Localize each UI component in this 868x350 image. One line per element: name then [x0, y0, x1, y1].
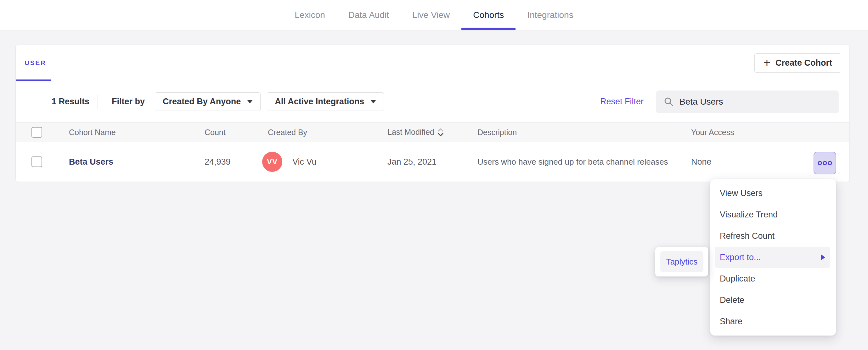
chevron-down-icon [247, 100, 253, 103]
create-cohort-label: Create Cohort [775, 58, 832, 68]
avatar-initials: VV [267, 158, 278, 166]
header-last-modified-label: Last Modified [388, 128, 434, 137]
search-input[interactable] [680, 97, 831, 107]
menu-item-delete[interactable]: Delete [710, 289, 836, 311]
sort-icon[interactable] [437, 128, 444, 137]
cohort-name-link[interactable]: Beta Users [69, 157, 113, 167]
row-checkbox[interactable] [31, 156, 42, 167]
tab-cohorts[interactable]: Cohorts [461, 0, 516, 30]
header-count: Count [205, 128, 226, 137]
filter-by-label: Filter by [112, 97, 145, 106]
select-all-checkbox[interactable] [31, 127, 42, 138]
cohort-count: 24,939 [205, 157, 231, 167]
reset-filter-link[interactable]: Reset Filter [600, 97, 644, 106]
search-icon [664, 97, 674, 107]
tab-lexicon[interactable]: Lexicon [283, 0, 337, 30]
created-by-dropdown-value: Created By Anyone [163, 97, 241, 106]
results-count: 1 Results [52, 97, 89, 106]
table-row[interactable]: Beta Users 24,939 VV Vic Vu Jan 25, 2021… [16, 142, 849, 182]
menu-item-duplicate[interactable]: Duplicate [710, 268, 836, 289]
created-by-value: Vic Vu [292, 157, 317, 167]
search-box[interactable] [656, 91, 839, 113]
integrations-dropdown[interactable]: All Active Integrations [267, 92, 384, 111]
filter-bar: 1 Results Filter by Created By Anyone Al… [16, 81, 849, 122]
integrations-dropdown-value: All Active Integrations [275, 97, 364, 106]
header-cohort-name: Cohort Name [69, 128, 116, 137]
header-your-access: Your Access [691, 128, 734, 137]
tab-data-audit[interactable]: Data Audit [337, 0, 401, 30]
last-modified-value: Jan 25, 2021 [388, 157, 436, 167]
submenu-item-taplytics[interactable]: Taplytics [660, 251, 704, 272]
description-value: Users who have signed up for beta channe… [477, 157, 668, 167]
nav-tabs: Lexicon Data Audit Live View Cohorts Int… [0, 0, 868, 30]
header-created-by: Created By [268, 128, 307, 137]
header-last-modified[interactable]: Last Modified [388, 128, 444, 137]
more-options-button[interactable] [813, 152, 836, 174]
cohorts-card: USER + Create Cohort 1 Results Filter by… [16, 45, 850, 182]
table-header: Cohort Name Count Created By Last Modifi… [16, 122, 849, 142]
created-by-dropdown[interactable]: Created By Anyone [155, 92, 260, 111]
menu-item-refresh-count[interactable]: Refresh Count [710, 225, 836, 247]
menu-item-share[interactable]: Share [710, 311, 836, 332]
menu-item-export-to[interactable]: Export to... [715, 247, 830, 268]
tab-user[interactable]: USER [25, 45, 46, 81]
avatar: VV [262, 152, 282, 172]
submenu-arrow-icon [821, 254, 825, 260]
header-description: Description [477, 128, 517, 137]
more-options-icon [818, 161, 832, 166]
your-access-value: None [691, 157, 712, 167]
export-submenu: Taplytics [655, 247, 708, 277]
menu-item-export-to-label: Export to... [720, 253, 761, 262]
menu-item-visualize-trend[interactable]: Visualize Trend [710, 204, 836, 225]
tab-integrations[interactable]: Integrations [516, 0, 585, 30]
plus-icon: + [764, 57, 770, 69]
cohort-type-tabstrip: USER + Create Cohort [16, 45, 849, 81]
menu-item-view-users[interactable]: View Users [710, 182, 836, 204]
tab-live-view[interactable]: Live View [401, 0, 461, 30]
top-navigation-bar: Lexicon Data Audit Live View Cohorts Int… [0, 0, 868, 31]
context-menu: View Users Visualize Trend Refresh Count… [710, 179, 836, 336]
chevron-down-icon [370, 100, 376, 103]
create-cohort-button[interactable]: + Create Cohort [754, 54, 841, 73]
